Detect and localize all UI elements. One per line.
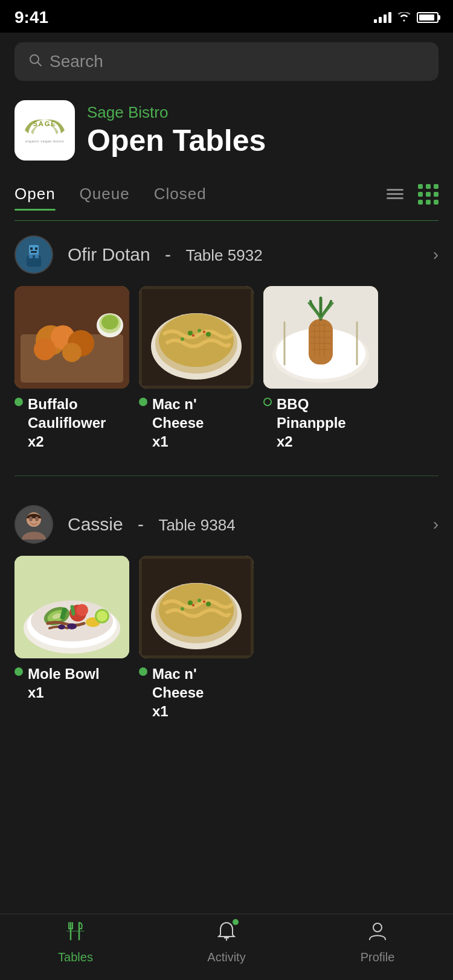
- customer-name-1: Ofir Dotan - Table 5932: [63, 244, 423, 265]
- food-item-mac1[interactable]: Mac n' Cheese x1: [139, 286, 254, 451]
- food-label-bbq: BBQ Pinanpple x2: [263, 395, 378, 451]
- svg-rect-9: [31, 251, 37, 253]
- food-img-mac2: [139, 556, 254, 658]
- svg-point-17: [34, 339, 56, 360]
- food-label-mac1: Mac n' Cheese x1: [139, 395, 254, 451]
- svg-point-32: [192, 334, 194, 337]
- section-divider: [14, 476, 439, 476]
- bottom-nav: Tables Activity Profile: [0, 914, 453, 980]
- svg-point-82: [373, 923, 382, 932]
- svg-point-19: [62, 343, 82, 362]
- svg-point-68: [198, 599, 201, 602]
- avatar-ofir: [14, 235, 53, 274]
- table-section-2: Cassie - Table 9384 ›: [0, 491, 453, 728]
- food-img-buffalo: [14, 286, 129, 389]
- svg-point-30: [206, 332, 211, 337]
- status-dot-mac2: [139, 667, 147, 676]
- wifi-icon: [397, 11, 411, 25]
- nav-item-tables[interactable]: Tables: [0, 920, 151, 964]
- restaurant-logo: SAGE organic vegan bistro: [14, 100, 75, 161]
- food-img-mac1: [139, 286, 254, 389]
- svg-point-44: [35, 517, 39, 521]
- page-title: Open Tables: [87, 124, 439, 158]
- svg-point-60: [67, 623, 77, 629]
- search-bar[interactable]: Search: [14, 42, 439, 81]
- food-img-mole: [14, 556, 129, 658]
- svg-point-31: [181, 337, 184, 341]
- nav-label-profile: Profile: [361, 950, 395, 964]
- svg-rect-12: [35, 255, 39, 258]
- svg-point-29: [198, 329, 201, 332]
- table-section-1: Ofir Dotan - Table 5932 ›: [0, 221, 453, 459]
- svg-rect-10: [27, 256, 41, 267]
- nav-item-activity[interactable]: Activity: [151, 920, 302, 964]
- customer-name-2: Cassie - Table 9384: [63, 514, 423, 535]
- svg-text:organic vegan bistro: organic vegan bistro: [25, 139, 64, 143]
- svg-point-69: [206, 602, 211, 606]
- status-bar: 9:41: [0, 0, 453, 33]
- food-item-mole[interactable]: Mole Bowl x1: [14, 556, 129, 721]
- food-item-bbq[interactable]: BBQ Pinanpple x2: [263, 286, 378, 451]
- svg-point-28: [188, 331, 193, 336]
- status-icons: [374, 11, 439, 25]
- nav-item-profile[interactable]: Profile: [302, 920, 453, 964]
- svg-rect-7: [30, 247, 33, 250]
- svg-point-72: [203, 600, 205, 603]
- restaurant-info: Sage Bistro Open Tables: [87, 103, 439, 158]
- svg-point-61: [58, 625, 65, 629]
- restaurant-header: SAGE organic vegan bistro Sage Bistro Op…: [0, 91, 453, 165]
- svg-rect-11: [29, 255, 33, 258]
- tab-queue[interactable]: Queue: [80, 177, 130, 211]
- food-items-1: Buffalo Cauliflower x2: [14, 286, 439, 459]
- tab-closed[interactable]: Closed: [154, 177, 207, 211]
- restaurant-name: Sage Bistro: [87, 103, 439, 122]
- food-item-buffalo[interactable]: Buffalo Cauliflower x2: [14, 286, 129, 451]
- food-item-mac2[interactable]: Mac n' Cheese x1: [139, 556, 254, 721]
- status-time: 9:41: [14, 8, 48, 27]
- grid-view-icon[interactable]: [418, 184, 439, 205]
- nav-label-activity: Activity: [207, 950, 245, 964]
- chevron-right-2[interactable]: ›: [433, 515, 439, 534]
- svg-point-70: [181, 607, 184, 611]
- svg-point-33: [203, 331, 205, 333]
- svg-point-59: [97, 611, 108, 622]
- bell-icon: [216, 920, 237, 947]
- table-header-2[interactable]: Cassie - Table 9384 ›: [14, 505, 439, 544]
- signal-icon: [374, 12, 391, 23]
- svg-line-1: [37, 62, 41, 66]
- search-placeholder: Search: [50, 52, 103, 71]
- tab-open[interactable]: Open: [14, 177, 56, 211]
- chevron-right-1[interactable]: ›: [433, 245, 439, 264]
- food-items-2: Mole Bowl x1: [14, 556, 439, 728]
- tabs-divider: [14, 220, 439, 221]
- person-icon: [367, 920, 388, 947]
- svg-rect-8: [35, 247, 37, 250]
- nav-label-tables: Tables: [58, 950, 93, 964]
- svg-point-22: [101, 315, 118, 329]
- food-label-buffalo: Buffalo Cauliflower x2: [14, 395, 129, 451]
- avatar-cassie: [14, 505, 53, 544]
- list-view-icon[interactable]: [387, 189, 403, 199]
- svg-point-67: [188, 600, 193, 605]
- svg-point-54: [76, 604, 88, 616]
- status-dot-mole: [14, 667, 23, 676]
- status-dot-buffalo: [14, 398, 23, 406]
- status-dot-mac1: [139, 398, 147, 406]
- food-img-bbq: [263, 286, 378, 389]
- food-label-mole: Mole Bowl x1: [14, 664, 129, 702]
- status-dot-bbq: [263, 398, 272, 406]
- tabs-container: Open Queue Closed: [0, 165, 453, 211]
- table-header-1[interactable]: Ofir Dotan - Table 5932 ›: [14, 235, 439, 274]
- svg-point-43: [29, 517, 33, 521]
- food-label-mac2: Mac n' Cheese x1: [139, 664, 254, 721]
- search-icon: [29, 54, 42, 70]
- search-container: Search: [0, 33, 453, 91]
- svg-rect-38: [309, 319, 333, 364]
- fork-knife-icon: [65, 920, 86, 947]
- battery-icon: [417, 12, 439, 23]
- notification-badge: [233, 919, 239, 925]
- svg-point-71: [192, 604, 194, 606]
